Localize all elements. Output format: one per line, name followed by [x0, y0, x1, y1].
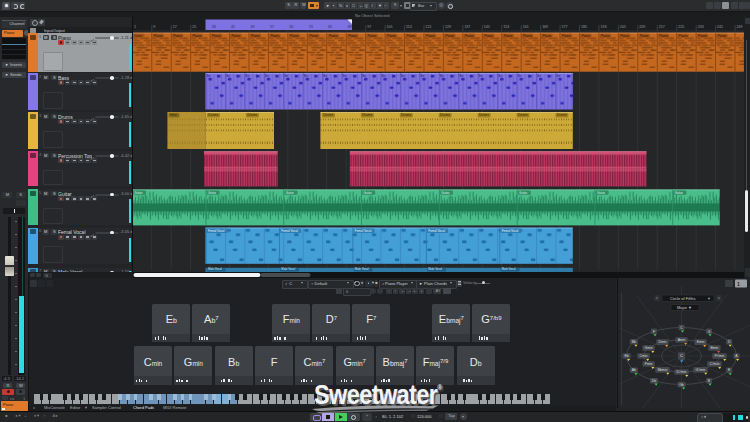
- svg-text:Guitar: Guitar: [286, 191, 294, 195]
- svg-text:Drums: Drums: [247, 113, 257, 117]
- svg-text:Piano: Piano: [193, 34, 202, 38]
- svg-text:Emin: Emin: [697, 340, 705, 344]
- svg-text:>: >: [718, 296, 721, 301]
- svg-text:49: 49: [251, 25, 255, 29]
- svg-text:Femal Vocal: Femal Vocal: [502, 229, 519, 233]
- svg-text:Ba: Ba: [498, 74, 502, 78]
- svg-text:Amin: Amin: [678, 338, 686, 342]
- svg-text:Piano: Piano: [620, 34, 629, 38]
- svg-text:Femal Vocal: Femal Vocal: [428, 229, 445, 233]
- svg-text:Drums: Drums: [479, 113, 489, 117]
- svg-text:Drums: Drums: [323, 113, 333, 117]
- svg-text:Piano: Piano: [270, 34, 279, 38]
- svg-text:Drums: Drums: [362, 113, 372, 117]
- svg-text:Male Vocal: Male Vocal: [281, 267, 295, 271]
- svg-text:145: 145: [484, 25, 490, 29]
- svg-text:Piano: Piano: [212, 34, 221, 38]
- svg-text:F#min: F#min: [715, 354, 725, 358]
- svg-text:Male Vocal: Male Vocal: [428, 267, 442, 271]
- svg-text:Piano: Piano: [465, 34, 474, 38]
- svg-text:Gmin: Gmin: [645, 346, 653, 350]
- svg-text:89: 89: [348, 25, 352, 29]
- svg-text:Piano: Piano: [368, 34, 377, 38]
- svg-text:Ba: Ba: [557, 74, 561, 78]
- svg-text:209: 209: [639, 25, 645, 29]
- svg-text:Male Vocal: Male Vocal: [208, 267, 222, 271]
- svg-text:1: 1: [737, 281, 740, 287]
- svg-text:Cmin: Cmin: [640, 354, 648, 358]
- svg-text:Piano: Piano: [698, 34, 707, 38]
- svg-text:201: 201: [620, 25, 626, 29]
- svg-text:Ba: Ba: [304, 74, 308, 78]
- svg-text:Piano: Piano: [523, 34, 532, 38]
- svg-text:Db: Db: [652, 379, 656, 383]
- svg-text:Ba: Ba: [265, 74, 269, 78]
- svg-text:Piano: Piano: [173, 34, 182, 38]
- svg-text:Piano: Piano: [251, 34, 260, 38]
- svg-text:Ba: Ba: [440, 74, 444, 78]
- svg-text:Ba: Ba: [401, 74, 405, 78]
- svg-text:Ba: Ba: [459, 74, 463, 78]
- svg-text:Ba: Ba: [284, 74, 288, 78]
- svg-text:Piano: Piano: [659, 34, 668, 38]
- svg-text:Ba: Ba: [246, 74, 250, 78]
- svg-text:Drums: Drums: [401, 113, 411, 117]
- svg-text:Piano: Piano: [484, 34, 493, 38]
- svg-text:97: 97: [367, 25, 371, 29]
- svg-text:Drums: Drums: [440, 113, 450, 117]
- svg-text:Dmin: Dmin: [659, 340, 667, 344]
- svg-text:Piano: Piano: [406, 34, 415, 38]
- svg-text:Guitar: Guitar: [519, 191, 527, 195]
- svg-text:65: 65: [289, 25, 293, 29]
- svg-text:Guitar: Guitar: [675, 191, 683, 195]
- svg-text:Guitar: Guitar: [441, 191, 449, 195]
- svg-text:Piano: Piano: [718, 34, 727, 38]
- svg-text:Femal Vocal: Femal Vocal: [281, 229, 298, 233]
- svg-text:Cmin: Cmin: [134, 34, 142, 38]
- svg-text:Gb: Gb: [679, 383, 684, 387]
- svg-text:Circle of Fifths: Circle of Fifths: [670, 296, 696, 301]
- svg-text:Ba: Ba: [421, 74, 425, 78]
- svg-text:Piano: Piano: [445, 34, 454, 38]
- svg-text:Drums: Drums: [557, 113, 567, 117]
- svg-text:Piano: Piano: [387, 34, 396, 38]
- svg-text:Femal Vocal: Femal Vocal: [208, 229, 225, 233]
- svg-text:Piano: Piano: [581, 34, 590, 38]
- svg-text:Drums: Drums: [208, 113, 218, 117]
- svg-text:Guitar: Guitar: [134, 191, 142, 195]
- svg-text:73: 73: [309, 25, 313, 29]
- svg-text:217: 217: [659, 25, 665, 29]
- svg-text:Piano: Piano: [154, 34, 163, 38]
- svg-text:Ba: Ba: [343, 74, 347, 78]
- svg-text:25: 25: [192, 25, 196, 29]
- svg-text:Drums: Drums: [518, 113, 528, 117]
- svg-text:Piano: Piano: [562, 34, 571, 38]
- svg-text:Piano: Piano: [329, 34, 338, 38]
- svg-text:C: C: [680, 353, 683, 358]
- svg-text:<: <: [656, 296, 659, 301]
- svg-text:249: 249: [737, 25, 743, 29]
- svg-text:Male Vocal: Male Vocal: [355, 267, 369, 271]
- svg-text:Ba: Ba: [382, 74, 386, 78]
- svg-text:C#min: C#min: [710, 362, 720, 366]
- svg-text:Piano: Piano: [504, 34, 513, 38]
- svg-text:57: 57: [270, 25, 274, 29]
- svg-text:41: 41: [231, 25, 235, 29]
- svg-text:Eb: Eb: [624, 354, 628, 358]
- svg-text:241: 241: [717, 25, 723, 29]
- svg-text:Piano: Piano: [640, 34, 649, 38]
- svg-text:1: 1: [134, 25, 136, 29]
- svg-text:Bbmin: Bbmin: [658, 368, 668, 372]
- svg-text:9: 9: [153, 25, 155, 29]
- svg-text:225: 225: [678, 25, 684, 29]
- svg-text:▼: ▼: [707, 296, 711, 301]
- svg-text:Ba: Ba: [207, 74, 211, 78]
- svg-text:Piano: Piano: [426, 34, 435, 38]
- svg-text:Piano: Piano: [290, 34, 299, 38]
- svg-text:33: 33: [212, 25, 216, 29]
- svg-text:161: 161: [523, 25, 529, 29]
- svg-text:G#min: G#min: [696, 368, 706, 372]
- svg-text:Ba: Ba: [537, 74, 541, 78]
- svg-text:177: 177: [562, 25, 568, 29]
- svg-text:G: G: [708, 330, 711, 334]
